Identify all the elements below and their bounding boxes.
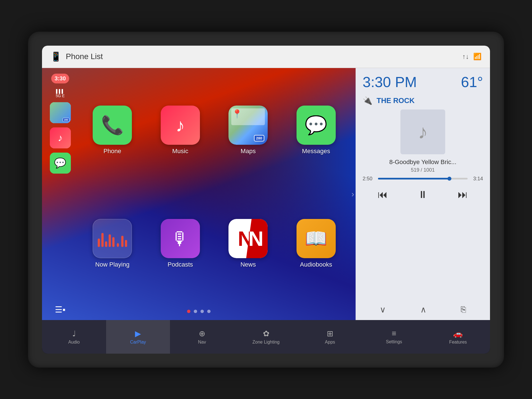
app-audiobooks[interactable]: 📖 Audiobooks <box>285 190 347 298</box>
sidebar-maps-icon[interactable]: 280 <box>50 102 71 123</box>
fast-forward-button[interactable]: ⏭ <box>454 187 472 202</box>
network-type: 5G E <box>56 94 65 98</box>
progress-bar[interactable] <box>378 178 468 179</box>
bar4 <box>109 234 111 247</box>
carplay-section: 3:30 ▌▌▌ 5G E 280 ♪ <box>42 68 356 320</box>
header-right: ↑↓ 📶 <box>462 53 482 60</box>
album-art: ♪ <box>400 109 445 154</box>
zone-lighting-label: Zone Lighting <box>253 340 280 345</box>
messages-label: Messages <box>302 148 330 155</box>
bottom-nav: ♩ Audio ▶ CarPlay ⊕ Nav ✿ Zone Lighting … <box>42 320 490 354</box>
nav-nav-icon: ⊕ <box>199 329 205 338</box>
nav-features[interactable]: 🚗 Features <box>426 320 490 354</box>
app-news[interactable]: N N News <box>217 190 279 298</box>
right-panel: 3:30 PM 61° 🔌 THE ROCK ♪ 8-Goodbye Yello… <box>356 68 490 320</box>
app-messages[interactable]: 💬 Messages <box>285 76 347 184</box>
settings-nav-icon: ≡ <box>392 329 396 338</box>
audiobooks-label: Audiobooks <box>300 261 332 268</box>
features-nav-icon: 🚗 <box>453 329 463 338</box>
network-info: ▌▌▌ 5G E <box>56 89 65 98</box>
phone-list-icon: 📱 <box>50 51 62 62</box>
app-music[interactable]: ♪ Music <box>149 76 212 184</box>
news-icon: N N <box>228 219 268 258</box>
maps-icon: 280 📍 <box>228 106 268 145</box>
scroll-right-arrow[interactable]: › <box>351 189 354 199</box>
bar1 <box>98 239 100 247</box>
nav-zone-lighting[interactable]: ✿ Zone Lighting <box>234 320 298 354</box>
nav-nav[interactable]: ⊕ Nav <box>170 320 234 354</box>
dot-3 <box>200 310 204 313</box>
bar2 <box>101 233 104 247</box>
usb-icon: 🔌 <box>363 96 372 105</box>
track-info: 519 / 1001 <box>363 167 483 173</box>
main-area: 3:30 ▌▌▌ 5G E 280 ♪ <box>42 68 490 320</box>
sidebar-messages-icon[interactable]: 💬 <box>50 153 71 174</box>
copy-icon[interactable]: ⎘ <box>461 305 466 314</box>
dot-1 <box>187 310 190 313</box>
station-row: 🔌 THE ROCK <box>363 96 483 105</box>
dot-2 <box>194 310 197 313</box>
app-maps[interactable]: 280 📍 Maps <box>217 76 279 184</box>
elapsed-time: 2:50 <box>363 176 375 182</box>
page-dots <box>187 310 211 313</box>
features-nav-label: Features <box>449 340 467 345</box>
sidebar: 3:30 ▌▌▌ 5G E 280 ♪ <box>42 68 78 320</box>
audio-nav-label: Audio <box>68 340 80 345</box>
phone-icon: 📞 <box>93 106 132 145</box>
app-nowplaying[interactable]: Now Playing <box>81 190 144 298</box>
duration-time: 3:14 <box>470 176 483 182</box>
progress-row: 2:50 3:14 <box>363 176 483 182</box>
app-grid: 📞 Phone ♪ Music <box>81 76 347 298</box>
playback-controls: ⏮ ⏸ ⏭ <box>363 187 483 202</box>
song-title: 8-Goodbye Yellow Bric... <box>363 158 483 166</box>
podcasts-label: Podcasts <box>168 261 193 268</box>
app-podcasts[interactable]: 🎙 Podcasts <box>149 190 212 298</box>
signal-icon: ↑↓ <box>462 53 469 60</box>
apps-nav-icon: ⊞ <box>327 329 333 338</box>
bar6 <box>121 236 123 247</box>
temperature-display: 61° <box>461 74 483 90</box>
sidebar-bottom: ☰▪ <box>55 305 66 314</box>
dot-4 <box>207 310 211 313</box>
nav-settings[interactable]: ≡ Settings <box>362 320 426 354</box>
phone-label: Phone <box>103 148 121 155</box>
nav-nav-label: Nav <box>198 340 206 345</box>
pause-button[interactable]: ⏸ <box>414 187 432 202</box>
music-label: Music <box>172 148 188 155</box>
clock-display: 3:30 PM <box>363 74 417 90</box>
car-bezel: 📱 Phone List ↑↓ 📶 3:30 ▌▌▌ 5G E <box>28 32 504 368</box>
messages-icon: 💬 <box>297 106 336 145</box>
nav-carplay[interactable]: ▶ CarPlay <box>106 320 170 354</box>
status-time: 3:30 <box>51 74 69 83</box>
news-label: News <box>241 261 256 268</box>
dot-indicator <box>117 243 119 247</box>
nav-apps[interactable]: ⊞ Apps <box>298 320 362 354</box>
settings-nav-label: Settings <box>386 339 402 344</box>
bar7 <box>125 240 127 247</box>
apps-nav-label: Apps <box>325 340 335 345</box>
right-panel-header: 3:30 PM 61° <box>363 74 483 90</box>
wifi-icon: 📶 <box>473 53 482 60</box>
chevron-up-icon[interactable]: ∧ <box>420 305 426 314</box>
nav-audio[interactable]: ♩ Audio <box>42 320 106 354</box>
carplay-nav-icon: ▶ <box>135 329 141 338</box>
header-bar: 📱 Phone List ↑↓ 📶 <box>42 46 490 68</box>
right-panel-bottom-controls: ∨ ∧ ⎘ <box>363 300 483 314</box>
bar3 <box>105 241 107 247</box>
audio-bars <box>98 230 127 247</box>
music-icon: ♪ <box>161 106 200 145</box>
app-phone[interactable]: 📞 Phone <box>81 76 144 184</box>
header-title: Phone List <box>66 52 103 61</box>
rewind-button[interactable]: ⏮ <box>374 187 392 202</box>
bar5 <box>112 237 115 247</box>
station-name: THE ROCK <box>377 96 415 105</box>
nowplaying-icon <box>93 219 132 258</box>
signal-bars: ▌▌▌ <box>56 89 65 94</box>
music-note-icon: ♪ <box>418 121 428 143</box>
maps-label: Maps <box>241 148 256 155</box>
progress-fill <box>378 178 451 179</box>
audio-nav-icon: ♩ <box>72 329 76 338</box>
sidebar-music-icon[interactable]: ♪ <box>50 127 71 148</box>
chevron-down-icon[interactable]: ∨ <box>380 305 386 314</box>
nowplaying-label: Now Playing <box>95 261 129 268</box>
